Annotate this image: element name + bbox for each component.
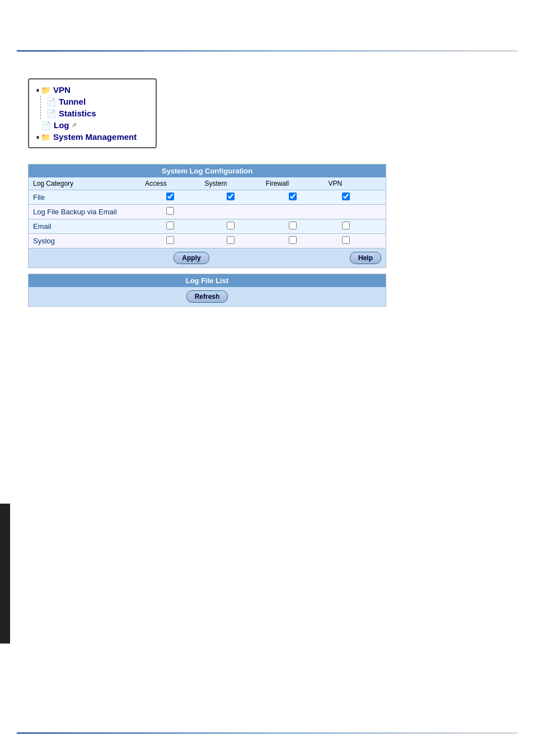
checkbox-syslog-firewall[interactable] — [289, 236, 297, 244]
checkbox-email-firewall[interactable] — [289, 222, 297, 229]
nav-label-statistics: Statistics — [59, 109, 96, 118]
table-row-syslog: Syslog — [29, 234, 386, 248]
row-label-email: Email — [29, 219, 140, 234]
nav-item-log[interactable]: 📄 Log ⇗ — [41, 119, 149, 131]
expand-icon-system-management: ∎ — [36, 133, 40, 140]
system-log-config-title: System Log Configuration — [162, 167, 253, 175]
cell-syslog-access — [140, 234, 200, 248]
cell-email-system — [200, 219, 261, 234]
cell-file-firewall — [261, 190, 324, 205]
refresh-button[interactable]: Refresh — [186, 290, 228, 303]
log-file-list-header: Log File List — [29, 274, 386, 287]
nav-item-system-management[interactable]: ∎ 📁 System Management — [36, 131, 149, 143]
system-log-config-section: System Log Configuration Log Category Ac… — [28, 164, 386, 268]
row-label-syslog: Syslog — [29, 234, 140, 248]
table-row-backup-email: Log File Backup via Email — [29, 205, 386, 219]
nav-item-tunnel[interactable]: 📄 Tunnel — [46, 96, 149, 107]
checkbox-email-access[interactable] — [166, 222, 174, 229]
col-header-vpn: VPN — [324, 177, 368, 190]
col-header-category: Log Category — [29, 177, 140, 190]
checkbox-syslog-vpn[interactable] — [342, 236, 350, 244]
checkbox-syslog-system[interactable] — [227, 236, 235, 244]
cell-syslog-firewall — [261, 234, 324, 248]
apply-help-row: Apply Help — [29, 248, 386, 267]
cursor-icon: ⇗ — [72, 121, 77, 129]
expand-icon-vpn: ∎ — [36, 86, 40, 93]
bottom-rule — [17, 732, 517, 734]
checkbox-file-vpn[interactable] — [342, 192, 350, 200]
cell-syslog-vpn — [324, 234, 368, 248]
checkbox-backup-email[interactable] — [166, 207, 174, 215]
nav-label-vpn: VPN — [53, 85, 71, 95]
nav-label-tunnel: Tunnel — [59, 97, 86, 106]
help-button[interactable]: Help — [350, 252, 381, 264]
checkbox-email-vpn[interactable] — [342, 222, 350, 229]
row-label-file: File — [29, 190, 140, 205]
checkbox-file-access[interactable] — [166, 192, 174, 200]
system-log-config-table: Log Category Access System Firewall VPN — [29, 177, 386, 248]
folder-icon-vpn: 📁 — [41, 86, 50, 95]
navigation-tree: ∎ 📁 VPN 📄 Tunnel 📄 Statistics 📄 Log ⇗ ∎ … — [28, 78, 157, 148]
col-header-firewall: Firewall — [261, 177, 324, 190]
nav-item-vpn[interactable]: ∎ 📁 VPN — [36, 84, 149, 96]
nav-item-statistics[interactable]: 📄 Statistics — [46, 107, 149, 119]
page-icon-log: 📄 — [41, 121, 51, 130]
page-icon-tunnel: 📄 — [46, 97, 56, 106]
cell-file-system — [200, 190, 261, 205]
col-header-access: Access — [140, 177, 200, 190]
table-row-email: Email — [29, 219, 386, 234]
cell-syslog-system — [200, 234, 261, 248]
checkbox-email-system[interactable] — [227, 222, 235, 229]
cell-email-firewall — [261, 219, 324, 234]
nav-label-log: Log — [54, 120, 69, 130]
apply-button[interactable]: Apply — [174, 252, 209, 264]
nav-label-system-management: System Management — [53, 132, 137, 142]
cell-backup-check — [140, 205, 200, 219]
folder-icon-system-management: 📁 — [41, 133, 50, 142]
left-sidebar-strip — [0, 504, 10, 644]
row-label-backup-email: Log File Backup via Email — [29, 205, 140, 219]
top-rule — [17, 50, 517, 51]
refresh-row: Refresh — [29, 287, 386, 306]
system-log-config-header: System Log Configuration — [29, 165, 386, 177]
log-file-list-section: Log File List Refresh — [28, 274, 386, 307]
checkbox-file-firewall[interactable] — [289, 192, 297, 200]
table-row-file: File — [29, 190, 386, 205]
cell-file-vpn — [324, 190, 368, 205]
apply-button-container: Apply — [33, 252, 350, 264]
page-icon-statistics: 📄 — [46, 109, 56, 118]
cell-email-vpn — [324, 219, 368, 234]
log-file-list-title: Log File List — [186, 276, 229, 285]
cell-file-access — [140, 190, 200, 205]
checkbox-file-system[interactable] — [227, 192, 235, 200]
checkbox-syslog-access[interactable] — [166, 236, 174, 244]
cell-email-access — [140, 219, 200, 234]
col-header-system: System — [200, 177, 261, 190]
